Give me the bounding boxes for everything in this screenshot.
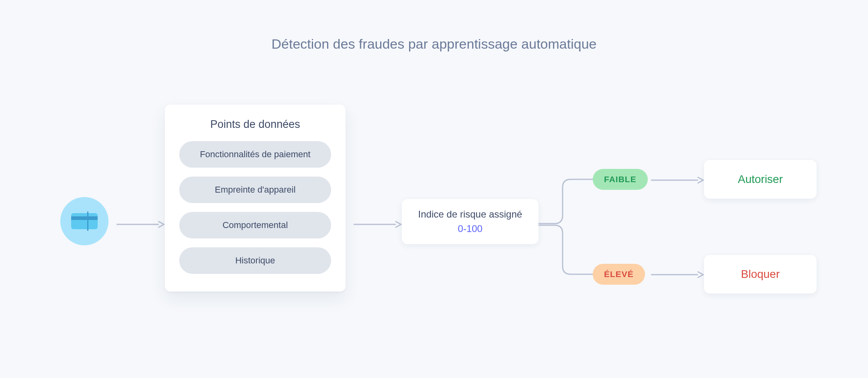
svg-rect-0 <box>71 213 98 229</box>
arrow-icon <box>651 271 704 279</box>
risk-score-range: 0-100 <box>410 223 530 234</box>
outcome-allow-card: Autoriser <box>704 160 817 199</box>
arrow-icon <box>354 220 402 228</box>
credit-card-icon <box>71 212 98 231</box>
data-point-item: Comportemental <box>179 212 331 238</box>
risk-level-high-chip: ÉLEVÉ <box>593 264 645 285</box>
data-point-item: Historique <box>179 247 331 274</box>
data-point-item: Empreinte d'appareil <box>179 177 331 203</box>
arrow-icon <box>117 220 165 228</box>
data-point-item: Fonctionnalités de paiement <box>179 141 331 168</box>
data-points-heading: Points de données <box>179 118 331 131</box>
svg-rect-1 <box>71 216 98 220</box>
arrow-icon <box>651 176 704 184</box>
payment-card-node <box>60 197 108 245</box>
data-points-card: Points de données Fonctionnalités de pai… <box>165 105 346 292</box>
branch-connector-icon <box>538 173 603 286</box>
risk-level-low-chip: FAIBLE <box>593 169 648 190</box>
risk-score-label: Indice de risque assigné <box>410 209 530 220</box>
svg-rect-2 <box>87 212 88 231</box>
outcome-block-card: Bloquer <box>704 255 817 294</box>
risk-score-card: Indice de risque assigné 0-100 <box>402 199 538 244</box>
diagram-title: Détection des fraudes par apprentissage … <box>0 36 868 52</box>
